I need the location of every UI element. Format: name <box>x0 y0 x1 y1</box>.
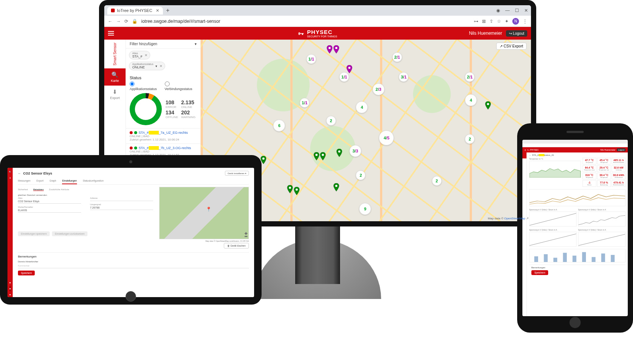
chevron-down-icon: ▾ <box>195 42 197 46</box>
map-pin-icon[interactable] <box>333 45 340 53</box>
radio-appstatus[interactable]: Applikationsstatus <box>130 81 161 91</box>
delete-device-button[interactable]: 🗑 Gerät löschen <box>224 243 249 249</box>
osm-link[interactable]: OpenStreetMap <box>504 217 525 220</box>
new-tab-button[interactable]: + <box>166 7 169 14</box>
phone-app-header: ≡ 🗝 PHYSEC Nils Huenemeier Logout <box>522 147 628 152</box>
metric-tile: 29.4 °CTemperatur min <box>597 165 611 172</box>
username: Nils Huenemeier <box>600 149 616 151</box>
tablet-home-button[interactable] <box>126 291 136 302</box>
rail-icon-active[interactable]: ◆ <box>9 286 11 291</box>
chip-alias[interactable]: Alias STA_# ✕ <box>129 51 150 59</box>
longitude-field[interactable]: 7.26788 <box>90 206 153 210</box>
brand-logo: 🗝 PHYSEC SECURITY FOR THINGS <box>298 29 337 38</box>
rail-icon[interactable]: ◆ <box>9 292 11 297</box>
map-pin-icon[interactable] <box>313 152 320 160</box>
map-pin-icon[interactable] <box>319 152 326 160</box>
use-location-toggle[interactable]: gleichen Standort verwenden <box>18 194 153 196</box>
status-stats: 108ERROR 2.135ONLINE 134OFFLINE 202WARNI… <box>166 99 195 119</box>
key-icon[interactable]: ⊶ <box>474 19 478 24</box>
rail-item-karte[interactable]: 🔍 Karte <box>104 68 126 86</box>
rail-icon[interactable]: ◆ <box>9 280 11 285</box>
bar-chart <box>529 249 626 262</box>
remarks-heading: Bemerkungen <box>18 255 249 258</box>
close-tab-icon[interactable]: ✕ <box>156 8 159 13</box>
close-window-icon[interactable]: ✕ <box>524 8 528 13</box>
logout-button[interactable]: Logout <box>617 148 626 151</box>
chevron-down-icon: ▾ <box>155 64 157 68</box>
phone-home-button[interactable] <box>569 317 581 328</box>
cluster-marker[interactable]: 2 <box>465 134 475 144</box>
map-pin-icon[interactable] <box>293 187 300 195</box>
comment-input[interactable]: Kommentar <box>18 263 249 268</box>
kebab-icon[interactable]: ⋮ <box>523 19 527 24</box>
csv-export-button[interactable]: ↗ CSV Export <box>496 43 527 50</box>
tab[interactable]: Export <box>37 178 44 184</box>
rail-icon[interactable]: 🔍 <box>9 169 11 175</box>
maximize-icon[interactable]: ☐ <box>515 8 519 13</box>
record-icon[interactable]: ◉ <box>496 8 500 13</box>
cluster-marker[interactable]: 4 <box>465 94 477 106</box>
map-pin-icon[interactable] <box>287 185 293 193</box>
svg-point-10 <box>348 67 351 69</box>
rail-item[interactable] <box>522 158 527 164</box>
breadcrumb[interactable]: STA_# <box>532 154 539 156</box>
sub-tab[interactable]: Metadaten <box>33 188 44 191</box>
profile-avatar[interactable]: N <box>512 18 519 25</box>
save-button[interactable]: Speichern <box>531 270 548 275</box>
sub-tab[interactable]: Zusätzliche Attribute <box>49 188 69 191</box>
back-icon[interactable]: ← <box>108 19 112 24</box>
sub-tab[interactable]: Sicherheit <box>18 188 28 191</box>
logout-button[interactable]: ↪ Logout <box>506 30 527 37</box>
rail-icon[interactable]: ⬇ <box>9 175 11 181</box>
address-field[interactable] <box>90 199 153 201</box>
radio-connstatus[interactable]: Verbindungsstatus <box>165 81 197 91</box>
menu-icon[interactable]: ≡ <box>525 149 526 151</box>
star-icon[interactable]: ☆ <box>497 19 501 24</box>
app-header: 🗝 PHYSEC SECURITY FOR THINGS Nils Huenem… <box>104 27 531 40</box>
back-button[interactable]: ← <box>18 172 21 175</box>
cluster-marker[interactable]: 1/1 <box>300 98 309 108</box>
cluster-marker[interactable]: 2 <box>326 116 336 126</box>
map-pin-icon[interactable] <box>260 156 267 164</box>
chip-remove-icon[interactable]: ✕ <box>160 64 163 68</box>
forward-icon[interactable]: → <box>116 19 121 24</box>
settings-minimap[interactable]: 📍 ➕➖ <box>159 187 249 239</box>
map-pin-icon[interactable] <box>346 65 353 73</box>
map-pin-icon[interactable] <box>336 149 343 157</box>
browser-tab-bar: IoTree by PHYSEC ✕ + ◉ — ☐ ✕ <box>104 5 531 16</box>
cluster-marker[interactable]: 2 <box>432 176 442 186</box>
save-remark-button[interactable]: Speichern <box>18 271 35 275</box>
rail-item[interactable] <box>522 152 527 158</box>
map-pin-icon[interactable] <box>326 45 333 53</box>
cluster-marker[interactable]: 1/1 <box>306 54 316 64</box>
metric-tile: 77.6 %Auslastung <box>597 180 611 187</box>
url-text[interactable]: iotree.swgoe.de/map/de/#/smart-sensor <box>141 19 470 24</box>
zoom-controls[interactable]: ➕➖ <box>244 232 248 238</box>
chip-appstatus[interactable]: Applikationsstatus ONLINE ▾ ✕ <box>129 62 165 70</box>
translate-icon[interactable]: ⊠ <box>482 19 486 24</box>
reset-settings-button[interactable]: Einstellungen zurücksetzen <box>52 231 87 236</box>
tab[interactable]: Graph <box>49 178 56 184</box>
minimize-icon[interactable]: — <box>505 8 510 13</box>
device-list-item[interactable]: STA_#xxxxxx_7a_UZ_EG-rechts ONLINE | BAD… <box>126 128 200 144</box>
filter-dropdown[interactable]: Filter hinzufügen ▾ <box>126 40 200 49</box>
cluster-marker[interactable]: 2/3 <box>373 83 385 95</box>
tab[interactable]: Statuskonfiguration <box>83 178 104 184</box>
map-pin-icon[interactable] <box>333 183 340 191</box>
cluster-marker[interactable]: 2/1 <box>392 52 402 62</box>
alias-field[interactable]: CO2 Sensor Elsys <box>18 199 81 204</box>
save-settings-button[interactable]: Einstellungen speichern <box>18 231 50 236</box>
tab[interactable]: Einstellungen <box>62 178 77 184</box>
rail-item-export[interactable]: ⬇ Export <box>104 86 126 103</box>
reload-icon[interactable]: ⟳ <box>124 19 128 24</box>
share-icon[interactable]: ⇪ <box>490 19 493 24</box>
browser-tab-active[interactable]: IoTree by PHYSEC ✕ <box>107 7 163 15</box>
extensions-icon[interactable]: ✦ <box>505 19 509 24</box>
install-device-dropdown[interactable]: Gerät installieren ▾ <box>225 171 249 176</box>
tab[interactable]: Messungen <box>18 178 31 184</box>
chip-remove-icon[interactable]: ✕ <box>145 53 148 57</box>
map-pin-icon[interactable] <box>485 101 491 109</box>
menu-icon[interactable] <box>108 31 114 36</box>
cluster-marker[interactable]: 3/3 <box>349 145 361 157</box>
manufacturer-field[interactable]: ELAXIS <box>18 208 81 213</box>
